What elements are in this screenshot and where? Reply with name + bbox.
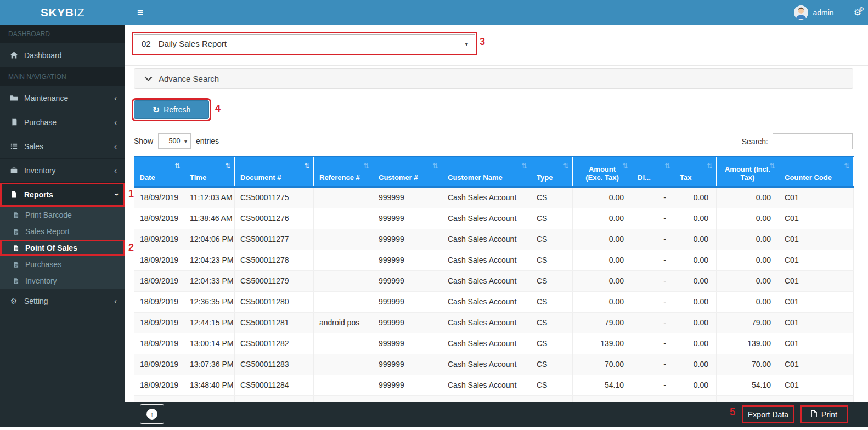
table-row[interactable]: 18/09/201912:36:35 PMCS500011280999999Ca…: [134, 291, 854, 312]
sort-icon: ⇅: [563, 162, 569, 170]
entries-label: entries: [196, 137, 219, 145]
advance-search-panel[interactable]: Advance Search: [134, 68, 853, 89]
annotation-number-2: 2: [128, 242, 134, 253]
sort-icon: ⇅: [622, 162, 628, 170]
logo-light-text: IZ: [74, 6, 84, 19]
sidebar-subitem-label: Point Of Sales: [25, 244, 77, 252]
column-header-tax[interactable]: Tax⇅: [674, 157, 717, 187]
table-row[interactable]: 18/09/201911:12:03 AMCS500011275999999Ca…: [134, 187, 854, 208]
sidebar-subitem-inventory[interactable]: Inventory: [0, 273, 125, 289]
table-row[interactable]: 18/09/201912:44:15 PMCS500011281android …: [134, 312, 854, 333]
report-name: Daily Sales Report: [159, 39, 227, 48]
table-cell: 0.00: [674, 354, 717, 375]
table-cell: Cash Sales Account: [442, 375, 531, 395]
table-row[interactable]: 18/09/201911:38:46 AMCS500011276999999Ca…: [134, 208, 854, 229]
sidebar-item-label: Maintenance: [24, 94, 114, 103]
chevron-left-icon: ‹: [114, 94, 117, 102]
table-cell: [573, 395, 632, 402]
column-header-di[interactable]: Di...⇅: [632, 157, 674, 187]
table-cell: [134, 395, 184, 402]
print-button[interactable]: Print: [800, 405, 848, 423]
table-cell: [314, 270, 373, 291]
export-data-button[interactable]: Export Data: [742, 405, 794, 423]
table-cell: [314, 291, 373, 312]
report-table: Date⇅Time⇅Document #⇅Reference #⇅Custome…: [134, 156, 854, 402]
table-cell: 0.00: [717, 250, 779, 270]
pdf-file-icon: [811, 410, 818, 420]
column-header-label: Tax: [680, 173, 691, 182]
report-code: 02: [142, 39, 151, 48]
table-cell: 18/09/2019: [134, 375, 184, 395]
sort-icon: ⇅: [664, 162, 670, 170]
column-header-time[interactable]: Time⇅: [184, 157, 235, 187]
sidebar-subitem-sales-report[interactable]: Sales Report: [0, 223, 125, 240]
column-header-reference[interactable]: Reference #⇅: [314, 157, 373, 187]
column-header-type[interactable]: Type⇅: [531, 157, 573, 187]
column-header-document[interactable]: Document #⇅: [235, 157, 314, 187]
column-header-amount-incl-tax[interactable]: Amount (Incl. Tax)⇅: [717, 157, 779, 187]
sidebar-item-dashboard[interactable]: Dashboard: [0, 43, 125, 67]
scroll-to-top-button[interactable]: ↑: [140, 404, 164, 424]
table-cell: 18/09/2019: [134, 291, 184, 312]
table-cell: 79.00: [717, 312, 779, 333]
table-cell: C01: [779, 187, 854, 208]
table-cell: 139.00: [573, 333, 632, 354]
sidebar-item-maintenance[interactable]: Maintenance‹: [0, 86, 125, 110]
column-header-date[interactable]: Date⇅: [134, 157, 184, 187]
sidebar-item-inventory[interactable]: Inventory‹: [0, 159, 125, 183]
table-cell: CS: [531, 250, 573, 270]
sidebar-subitem-point-of-sales[interactable]: Point Of Sales: [0, 240, 125, 256]
avatar[interactable]: [794, 5, 808, 20]
sidebar-item-reports[interactable]: Reports‹: [0, 183, 125, 207]
table-cell: Cash Sales Account: [442, 250, 531, 270]
table-row[interactable]: 18/09/201912:04:06 PMCS500011277999999Ca…: [134, 229, 854, 250]
table-row[interactable]: 18/09/201912:04:33 PMCS500011279999999Ca…: [134, 270, 854, 291]
column-header-amount-exc-tax[interactable]: Amount (Exc. Tax)⇅: [573, 157, 632, 187]
table-cell: [717, 395, 779, 402]
column-header-customer[interactable]: Customer #⇅: [373, 157, 442, 187]
sidebar-toggle-button[interactable]: ≡: [133, 0, 148, 25]
table-cell: 139.00: [717, 333, 779, 354]
table-cell: [314, 354, 373, 375]
sidebar-item-purchase[interactable]: Purchase‹: [0, 110, 125, 134]
table-cell: -: [632, 229, 674, 250]
column-header-label: Amount (Incl. Tax): [725, 165, 770, 182]
settings-gears-icon[interactable]: ⚙⚙: [854, 8, 861, 17]
table-cell: 54.10: [717, 375, 779, 395]
table-cell: CS: [531, 333, 573, 354]
username-label[interactable]: admin: [813, 8, 834, 17]
app-logo[interactable]: SKYBIZ: [0, 0, 125, 25]
table-row[interactable]: 18/09/201913:00:14 PMCS500011282999999Ca…: [134, 333, 854, 354]
sidebar-subitem-purchases[interactable]: Purchases: [0, 256, 125, 273]
table-cell: [314, 375, 373, 395]
table-cell: -: [632, 291, 674, 312]
table-cell: C01: [779, 312, 854, 333]
sidebar-item-sales[interactable]: Sales‹: [0, 134, 125, 159]
table-cell: 18/09/2019: [134, 208, 184, 229]
sort-icon: ⇅: [225, 162, 231, 170]
table-cell: 999999: [373, 291, 442, 312]
divider: [125, 65, 868, 66]
page-size-select[interactable]: 500 ▾: [158, 133, 191, 149]
column-header-customer-name[interactable]: Customer Name⇅: [442, 157, 531, 187]
table-cell: Cash Sales Account: [442, 312, 531, 333]
table-cell: 0.00: [573, 291, 632, 312]
table-cell: C01: [779, 229, 854, 250]
sidebar-item-setting[interactable]: ⚙Setting‹: [0, 289, 125, 313]
report-type-select[interactable]: 02 Daily Sales Report ▾: [134, 34, 475, 53]
table-cell: CS: [531, 270, 573, 291]
table-row[interactable]: 18/09/201913:48:40 PMCS500011284999999Ca…: [134, 375, 854, 395]
column-header-counter-code[interactable]: Counter Code⇅: [779, 157, 854, 187]
refresh-button[interactable]: ↻ Refresh: [134, 100, 209, 119]
table-cell: CS: [531, 208, 573, 229]
sidebar-subitem-print-barcode[interactable]: Print Barcode: [0, 207, 125, 223]
refresh-icon: ↻: [153, 105, 160, 115]
navbar-user-area: admin ⚙⚙: [794, 0, 861, 25]
select-caret-icon: ▾: [184, 138, 187, 144]
table-row[interactable]: 18/09/201912:04:23 PMCS500011278999999Ca…: [134, 250, 854, 270]
search-input[interactable]: [773, 133, 853, 149]
file-text-icon: [11, 245, 21, 252]
table-row[interactable]: 18/09/201913:07:36 PMCS500011283999999Ca…: [134, 354, 854, 375]
sidebar-menu: Maintenance‹Purchase‹Sales‹Inventory‹Rep…: [0, 86, 125, 313]
table-cell: 18/09/2019: [134, 250, 184, 270]
